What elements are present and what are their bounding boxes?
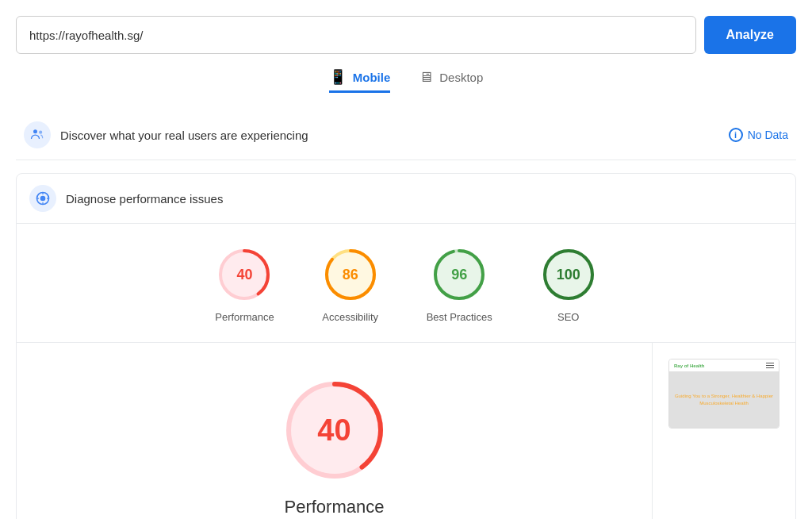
desktop-icon: 🖥 bbox=[419, 69, 433, 86]
tab-desktop-label: Desktop bbox=[439, 71, 483, 84]
mini-browser-menu-icon bbox=[766, 363, 774, 368]
score-label-seo: SEO bbox=[557, 311, 579, 323]
users-section-right[interactable]: i No Data bbox=[729, 128, 788, 142]
score-item-seo[interactable]: 100 SEO bbox=[540, 246, 597, 323]
detail-left: 40 Performance bbox=[17, 343, 653, 519]
gauge-best-practices: 96 bbox=[431, 246, 488, 303]
score-item-best-practices[interactable]: 96 Best Practices bbox=[427, 246, 492, 323]
diagnose-icon bbox=[35, 190, 51, 206]
tab-mobile-label: Mobile bbox=[353, 71, 391, 84]
score-item-performance[interactable]: 40 Performance bbox=[215, 246, 274, 323]
analyze-button[interactable]: Analyze bbox=[704, 16, 796, 54]
gauge-seo: 100 bbox=[540, 246, 597, 303]
tab-mobile[interactable]: 📱 Mobile bbox=[329, 68, 391, 93]
large-gauge-performance: 40 bbox=[279, 375, 390, 486]
score-item-accessibility[interactable]: 86 Accessibility bbox=[322, 246, 379, 323]
mini-browser-bar: Ray of Health bbox=[669, 359, 779, 372]
svg-point-1 bbox=[39, 131, 42, 134]
users-section-left: Discover what your real users are experi… bbox=[24, 121, 308, 148]
detail-section: 40 Performance Ray of Health Guiding You… bbox=[17, 343, 795, 519]
users-section-title: Discover what your real users are experi… bbox=[60, 129, 308, 142]
url-input[interactable] bbox=[16, 16, 696, 54]
diagnose-section: Diagnose performance issues 40 Performan… bbox=[16, 173, 796, 519]
large-gauge-value: 40 bbox=[317, 413, 350, 448]
users-section: Discover what your real users are experi… bbox=[16, 110, 796, 160]
users-icon bbox=[29, 127, 45, 143]
mobile-icon: 📱 bbox=[329, 68, 347, 86]
large-gauge-label: Performance bbox=[285, 497, 385, 517]
scores-row: 40 Performance 86 Accessibility bbox=[17, 224, 795, 343]
tab-desktop[interactable]: 🖥 Desktop bbox=[419, 69, 483, 93]
score-label-performance: Performance bbox=[215, 311, 274, 323]
gauge-value-accessibility: 86 bbox=[343, 267, 358, 283]
detail-right: Ray of Health Guiding You to a Stronger,… bbox=[653, 343, 795, 519]
gauge-performance: 40 bbox=[216, 246, 273, 303]
info-icon: i bbox=[729, 128, 743, 142]
gauge-accessibility: 86 bbox=[322, 246, 379, 303]
score-label-best-practices: Best Practices bbox=[427, 311, 492, 323]
gauge-value-best-practices: 96 bbox=[451, 267, 467, 283]
tabs-row: 📱 Mobile 🖥 Desktop bbox=[16, 68, 796, 93]
mini-browser-preview: Ray of Health Guiding You to a Stronger,… bbox=[668, 359, 779, 429]
mini-browser-title: Ray of Health bbox=[674, 363, 704, 368]
url-bar-row: Analyze bbox=[16, 16, 796, 54]
diagnose-header: Diagnose performance issues bbox=[17, 174, 795, 224]
gauge-value-seo: 100 bbox=[557, 267, 580, 283]
mini-browser-hero-text: Guiding You to a Stronger, Healthier & H… bbox=[669, 390, 779, 410]
diagnose-icon-blob bbox=[29, 185, 56, 212]
svg-point-0 bbox=[33, 129, 37, 133]
svg-point-3 bbox=[40, 196, 46, 202]
gauge-value-performance: 40 bbox=[236, 267, 252, 283]
mini-browser-hero: Guiding You to a Stronger, Healthier & H… bbox=[669, 372, 779, 428]
score-label-accessibility: Accessibility bbox=[322, 311, 378, 323]
no-data-label: No Data bbox=[748, 129, 788, 141]
diagnose-title: Diagnose performance issues bbox=[66, 192, 223, 206]
users-icon-blob bbox=[24, 121, 51, 148]
